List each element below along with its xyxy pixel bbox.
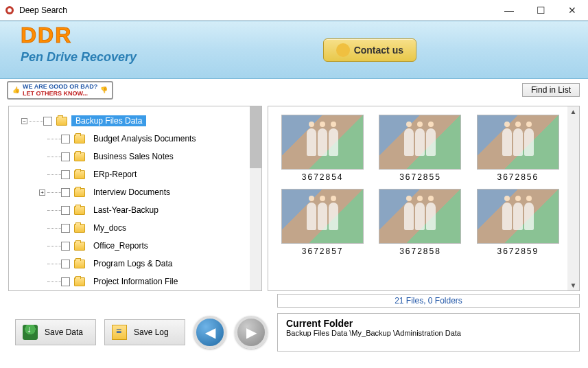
main-content: − Backup Files Data Budget Analysis Docu… bbox=[0, 102, 588, 291]
tree-checkbox[interactable] bbox=[61, 170, 70, 179]
tree-item[interactable]: Office_Reports bbox=[61, 237, 261, 255]
tree-item-label: ERp-Report bbox=[89, 169, 141, 180]
tree-checkbox[interactable] bbox=[61, 135, 70, 143]
nav-next-button[interactable]: ▶ bbox=[235, 316, 268, 349]
tree-item-label: Last-Year-Backup bbox=[89, 205, 163, 216]
tree-item[interactable]: ERp-Report bbox=[61, 165, 261, 183]
thumbs-up-icon: 👍 bbox=[12, 87, 20, 94]
tree-item-label: Program Logs & Data bbox=[89, 258, 176, 269]
thumbnail-filename: 3672855 bbox=[378, 172, 462, 182]
folder-icon bbox=[74, 152, 85, 161]
find-in-list-button[interactable]: Find in List bbox=[522, 83, 580, 97]
thumbnail-filename: 3672859 bbox=[476, 246, 560, 256]
current-folder-title: Current Folder bbox=[286, 318, 571, 329]
thumbnail-item[interactable]: 3672858 bbox=[378, 189, 462, 256]
close-button[interactable]: ✕ bbox=[556, 0, 588, 21]
tree-item[interactable]: Program Logs & Data bbox=[61, 255, 261, 273]
thumbnail-image bbox=[281, 189, 364, 244]
svg-point-1 bbox=[8, 8, 12, 12]
thumbnail-filename: 3672856 bbox=[476, 172, 560, 182]
tree-checkbox[interactable] bbox=[61, 224, 70, 233]
folder-tree[interactable]: − Backup Files Data Budget Analysis Docu… bbox=[9, 106, 261, 291]
tree-item[interactable]: Budget Analysis Documents bbox=[61, 130, 261, 148]
folder-icon bbox=[74, 170, 85, 179]
contact-label: Contact us bbox=[354, 45, 403, 56]
folder-icon bbox=[56, 117, 67, 126]
folder-icon bbox=[74, 242, 85, 251]
thumbnail-item[interactable]: 3672855 bbox=[378, 115, 462, 182]
minimize-button[interactable]: — bbox=[493, 0, 525, 21]
tree-expander-icon[interactable]: − bbox=[21, 118, 27, 124]
scroll-up-icon[interactable]: ▲ bbox=[570, 108, 577, 115]
tree-item-label: Project Information File bbox=[89, 276, 182, 287]
thumbnail-panel: 3672854 3672855 3672856 3672857 3672858 … bbox=[268, 106, 580, 291]
folder-icon bbox=[74, 206, 85, 215]
tree-item[interactable]: Project Information File bbox=[61, 273, 261, 290]
thumbnail-filename: 3672857 bbox=[281, 246, 364, 256]
window-title: Deep Search bbox=[19, 5, 493, 15]
save-data-label: Save Data bbox=[45, 327, 83, 337]
app-header: DDR Pen Drive Recovery Contact us bbox=[0, 21, 588, 79]
thumbnail-image bbox=[379, 189, 461, 244]
tree-item-label: Business Sales Notes bbox=[89, 151, 178, 162]
folder-icon bbox=[74, 135, 85, 143]
tree-checkbox[interactable] bbox=[43, 117, 52, 126]
save-log-label: Save Log bbox=[134, 327, 169, 337]
save-data-icon bbox=[23, 325, 38, 340]
tree-item[interactable]: + Interview Documents bbox=[61, 183, 261, 201]
feedback-line2: LET OTHERS KNOW... bbox=[23, 91, 97, 97]
scroll-down-icon[interactable]: ▼ bbox=[570, 281, 577, 289]
tree-item[interactable]: − Backup Files Data bbox=[43, 112, 261, 130]
window-titlebar: Deep Search — ☐ ✕ bbox=[0, 0, 588, 21]
tree-item[interactable]: Last-Year-Backup bbox=[61, 201, 261, 219]
folder-icon bbox=[74, 277, 85, 286]
tree-expander-icon[interactable]: + bbox=[39, 189, 45, 196]
folder-icon bbox=[74, 224, 85, 233]
tree-checkbox[interactable] bbox=[61, 188, 70, 197]
folder-icon bbox=[74, 188, 85, 197]
toolbar: 👍 WE ARE GOOD OR BAD? LET OTHERS KNOW...… bbox=[0, 79, 588, 102]
logo-text: DDR bbox=[21, 21, 588, 46]
tree-item-label: Office_Reports bbox=[89, 240, 152, 251]
contact-us-button[interactable]: Contact us bbox=[323, 38, 416, 62]
tree-checkbox[interactable] bbox=[61, 277, 70, 286]
tree-checkbox[interactable] bbox=[61, 242, 70, 251]
tree-checkbox[interactable] bbox=[61, 260, 70, 268]
thumbnail-filename: 3672858 bbox=[378, 246, 462, 256]
tree-item-label: Backup Files Data bbox=[71, 115, 146, 126]
contact-icon bbox=[336, 43, 350, 57]
status-bar: 21 Files, 0 Folders bbox=[277, 294, 580, 308]
thumbnail-scrollbar[interactable]: ▲ ▼ bbox=[567, 106, 579, 290]
current-folder-panel: Current Folder Backup Files Data \My_Bac… bbox=[277, 313, 580, 352]
thumbnail-item[interactable]: 3672857 bbox=[281, 189, 364, 256]
tree-item-label: My_docs bbox=[89, 222, 130, 233]
tree-item-label: Interview Documents bbox=[89, 187, 174, 198]
tree-checkbox[interactable] bbox=[61, 152, 70, 161]
thumbs-down-icon: 👎 bbox=[100, 87, 108, 94]
save-data-button[interactable]: Save Data bbox=[15, 319, 96, 345]
save-log-button[interactable]: Save Log bbox=[104, 319, 185, 345]
save-log-icon bbox=[112, 325, 127, 340]
tree-item-label: Budget Analysis Documents bbox=[89, 133, 200, 144]
bottom-toolbar: Save Data Save Log ◀ ▶ bbox=[15, 316, 268, 349]
thumbnail-item[interactable]: 3672859 bbox=[476, 189, 560, 256]
thumbnail-grid: 3672854 3672855 3672856 3672857 3672858 … bbox=[268, 106, 579, 264]
current-folder-path: Backup Files Data \My_Backup \Administra… bbox=[286, 329, 571, 337]
nav-prev-button[interactable]: ◀ bbox=[193, 316, 226, 349]
thumbnail-item[interactable]: 3672856 bbox=[476, 115, 560, 182]
maximize-button[interactable]: ☐ bbox=[525, 0, 556, 21]
folder-icon bbox=[74, 260, 85, 268]
thumbnail-image bbox=[379, 115, 461, 170]
thumbnail-image bbox=[477, 115, 559, 170]
thumbnail-image bbox=[477, 189, 559, 244]
tree-scrollbar[interactable] bbox=[250, 106, 261, 290]
app-icon bbox=[4, 5, 15, 16]
tree-item[interactable]: Business Sales Notes bbox=[61, 148, 261, 165]
thumbnail-filename: 3672854 bbox=[281, 172, 364, 182]
thumbnail-image bbox=[281, 115, 364, 170]
tree-checkbox[interactable] bbox=[61, 206, 70, 215]
thumbnail-item[interactable]: 3672854 bbox=[281, 115, 364, 182]
feedback-banner[interactable]: 👍 WE ARE GOOD OR BAD? LET OTHERS KNOW...… bbox=[7, 81, 113, 100]
folder-tree-panel: − Backup Files Data Budget Analysis Docu… bbox=[8, 106, 262, 291]
tree-item[interactable]: My_docs bbox=[61, 219, 261, 237]
